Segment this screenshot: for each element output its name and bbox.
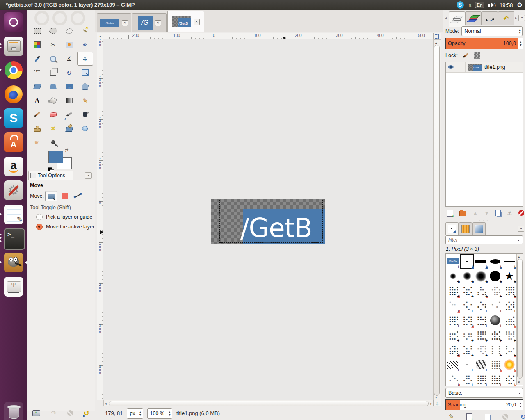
panel-menu-button[interactable]: ◂ [85,172,92,179]
guide-line[interactable] [105,151,432,151]
tab-brushes[interactable] [445,222,459,235]
launcher-item-system-settings[interactable]: ⚙ [4,180,23,200]
layer-visibility-toggle[interactable] [446,62,456,72]
new-layer-button[interactable] [447,210,453,217]
brush-sun[interactable]: + [502,357,516,372]
launcher-item-amazon[interactable]: a [4,157,23,176]
save-tool-preset-button[interactable] [32,410,40,416]
opacity-spinner[interactable]: ▲▼ [518,38,523,49]
delete-layer-button[interactable] [518,210,524,216]
tool-options-tab[interactable]: Tool Options [28,171,73,180]
dock-tabs-left-icon[interactable]: ◂ [445,16,447,20]
filter-dropdown-icon[interactable]: ▼ [516,236,523,244]
brush-texture[interactable]: ⣴⣮+ [502,313,516,328]
brush-star[interactable]: ★+ [502,269,516,283]
tool-clone[interactable] [29,121,45,135]
swap-colors-icon[interactable]: ⇄ [65,148,68,153]
session-gear-icon[interactable]: ⚙ [517,1,523,9]
brush-texture[interactable]: ⣺⣪+ [488,328,502,342]
tab-layers[interactable] [449,11,465,27]
duplicate-brush-button[interactable] [485,414,490,420]
brush-tiny-dot[interactable]: + [460,357,474,372]
tool-crop[interactable] [45,66,61,80]
launcher-item-skype[interactable]: S [4,108,23,128]
brush-round[interactable]: + [488,269,502,283]
brush-texture[interactable]: ⢺⡵+ [488,283,502,298]
brush-texture[interactable]: ⠺⡹+ [474,342,488,357]
brush-texture[interactable]: ⣿⢿+ [474,372,488,386]
radio-move-active-layer[interactable]: Move the active layer [36,224,94,230]
brush-texture[interactable]: ⢮⡪+ [502,372,516,386]
brush-texture[interactable]: ⢻⡺+ [502,328,516,342]
tool-eraser[interactable] [45,107,61,121]
scrollbar-handle[interactable] [517,259,523,379]
scroll-up-icon[interactable]: ▴ [518,255,520,259]
tool-fuzzy-select[interactable] [77,24,93,38]
unit-spinner[interactable]: ▲▼ [138,409,143,418]
brush-filter-field[interactable]: ▼ [445,235,523,244]
brush-fuzzy-medium[interactable]: + [460,269,474,283]
brush-texture[interactable]: ⣖⡪+ [446,328,460,342]
reset-tool-options-button[interactable]: ↺ [84,409,89,417]
image-tab-getbis[interactable]: /Getbis ✕ [97,13,131,32]
new-layer-group-button[interactable] [459,211,466,216]
brush-ellipse[interactable]: + [488,254,502,269]
spacing-slider[interactable]: Spacing 20,0 ▲▼ [445,399,523,410]
brush-texture[interactable]: ⢆⠶+ [460,328,474,342]
tool-bucket-fill[interactable] [45,94,61,107]
spacing-spinner[interactable]: ▲▼ [518,400,523,410]
brush-texture[interactable]: ⣿⣿+ [488,357,502,372]
tool-scissors-select[interactable]: ✂ [45,38,61,52]
tool-measure[interactable]: ∡ [61,52,77,66]
tab-paths[interactable] [482,11,498,25]
move-path-mode-button[interactable] [72,191,84,201]
tool-dodge-burn[interactable] [45,135,61,149]
brush-texture[interactable]: ⠑⠂+ [446,298,460,313]
launcher-item-gimp[interactable] [4,253,23,272]
foreground-color-swatch[interactable] [48,151,63,163]
tool-scale[interactable] [77,66,93,80]
tool-perspective-clone[interactable] [61,121,77,135]
zoom-spinner[interactable]: ▲▼ [167,409,172,418]
move-selection-mode-button[interactable] [59,191,71,201]
delete-brush-button[interactable] [502,414,508,420]
tool-paths[interactable]: ✒ [77,38,93,52]
brush-texture[interactable]: ⣱⡜+ [460,342,474,357]
brush-line[interactable]: + [502,254,516,269]
opacity-slider[interactable]: Opacity 100,0 ▲▼ [445,38,523,49]
tool-move[interactable]: ↔↕ [77,52,93,66]
scrollbar-handle[interactable] [109,401,429,406]
tool-rotate[interactable]: ↻ [61,66,77,80]
launcher-item-terminal[interactable]: >_ [4,228,25,250]
brush-block[interactable]: + [474,254,488,269]
guide-line[interactable] [105,314,432,314]
volume-icon[interactable]: ) [488,2,495,7]
dock-menu-button[interactable]: ◂ [518,15,525,21]
brush-hatch-lines[interactable]: + [446,357,460,372]
tab-patterns[interactable] [459,222,472,235]
brush-texture[interactable]: ⣿⣛+ [474,328,488,342]
brush-fuzzy-small[interactable]: + [446,269,460,283]
launcher-item-usb-drive[interactable]: Ψ [4,277,23,297]
tool-align[interactable] [29,66,45,80]
launcher-item-firefox[interactable] [4,84,23,104]
brush-texture[interactable]: ⢌⠲+ [474,298,488,313]
tool-free-select[interactable] [61,24,77,38]
tool-pencil[interactable]: ✎ [77,94,93,107]
tool-color-picker[interactable] [29,52,45,66]
launcher-item-ubuntu-dash[interactable] [4,12,23,32]
scroll-left-icon[interactable]: ◂ [105,402,107,406]
tab-channels[interactable] [465,11,482,25]
launcher-item-file-manager[interactable] [4,37,23,56]
tool-heal[interactable]: ✖ [45,121,61,135]
new-brush-button[interactable] [466,413,472,420]
brush-texture[interactable]: ⠪⡐+ [460,298,474,313]
brush-smear[interactable]: + [474,357,488,372]
edit-brush-button[interactable]: ✎ [449,413,454,420]
close-tab-icon[interactable]: ✕ [155,20,161,26]
brush-texture[interactable]: ⡇⢸+ [488,342,502,357]
preset-dropdown-icon[interactable]: ▼ [517,388,523,397]
scroll-right-icon[interactable]: ▸ [430,402,432,406]
brush-preset-select[interactable]: Basic, ▼ [445,388,523,398]
scroll-up-icon[interactable]: ▴ [435,41,437,45]
